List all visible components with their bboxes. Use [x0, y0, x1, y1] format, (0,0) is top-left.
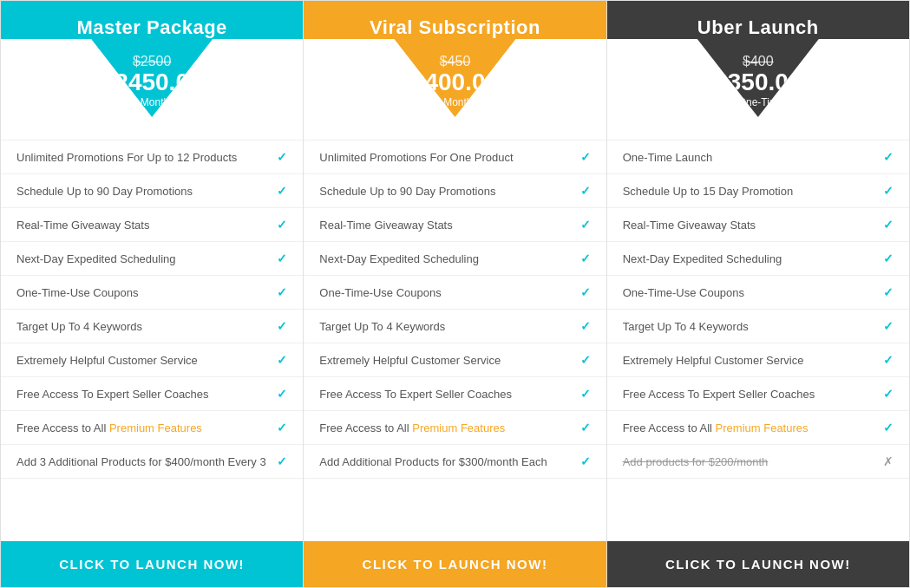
- plan-master-features: Unlimited Promotions For Up to 12 Produc…: [1, 140, 303, 541]
- feature-row: Extremely Helpful Customer Service✓: [1, 343, 303, 377]
- plan-viral-cta-button[interactable]: CLICK TO LAUNCH NOW!: [304, 541, 606, 587]
- check-icon: ✓: [883, 353, 894, 367]
- check-icon: ✓: [277, 353, 287, 367]
- plan-uber-price-old: $400: [743, 53, 774, 69]
- feature-row: Free Access To Expert Seller Coaches✓: [1, 377, 303, 411]
- feature-text: Add Additional Products for $300/month E…: [319, 455, 579, 468]
- feature-text: Add 3 Additional Products for $400/month…: [16, 455, 277, 468]
- check-icon: ✓: [277, 252, 287, 265]
- feature-row: Next-Day Expedited Scheduling✓: [1, 242, 303, 276]
- feature-row: Add 3 Additional Products for $400/month…: [1, 445, 303, 479]
- plan-master-price-period: / Month: [134, 96, 169, 108]
- feature-row: One-Time-Use Coupons✓: [607, 276, 909, 310]
- plan-viral: Viral Subscription$450$400.00/ MonthUnli…: [303, 0, 606, 588]
- check-icon: ✓: [883, 184, 894, 198]
- feature-text: Schedule Up to 90 Day Promotions: [319, 185, 579, 198]
- feature-row: One-Time-Use Coupons✓: [304, 276, 606, 310]
- plan-master-cta-button[interactable]: CLICK TO LAUNCH NOW!: [1, 541, 303, 587]
- feature-row: Extremely Helpful Customer Service✓: [607, 343, 909, 377]
- feature-row: Schedule Up to 15 Day Promotion✓: [607, 174, 909, 208]
- check-icon: ✓: [883, 387, 894, 401]
- plan-master-price-new: $2450.00: [101, 69, 203, 96]
- check-icon: ✓: [580, 218, 591, 232]
- feature-text: Extremely Helpful Customer Service: [16, 354, 277, 367]
- feature-row: Schedule Up to 90 Day Promotions✓: [1, 174, 303, 208]
- check-icon: ✓: [883, 150, 894, 164]
- check-icon: ✓: [883, 421, 894, 434]
- feature-text: Real-Time Giveaway Stats: [319, 219, 579, 232]
- check-icon: ✓: [580, 319, 591, 333]
- feature-text: Free Access To Expert Seller Coaches: [319, 388, 579, 401]
- plan-viral-price-period: / Month: [437, 96, 472, 108]
- feature-row: Real-Time Giveaway Stats✓: [1, 208, 303, 242]
- feature-text: Free Access to All Premium Features: [319, 421, 579, 434]
- plan-uber-features: One-Time Launch✓Schedule Up to 15 Day Pr…: [607, 140, 909, 541]
- feature-text: One-Time-Use Coupons: [319, 286, 579, 299]
- check-icon: ✓: [580, 285, 591, 299]
- check-icon: ✓: [580, 387, 591, 401]
- feature-text: Free Access to All Premium Features: [623, 421, 883, 434]
- check-icon: ✓: [277, 150, 287, 164]
- plan-uber-header: Uber Launch$400$350.00/ One-Time: [607, 1, 909, 140]
- feature-text: One-Time-Use Coupons: [16, 286, 277, 299]
- check-icon: ✓: [580, 184, 591, 198]
- plan-master-title: Master Package: [10, 16, 294, 39]
- feature-row: Free Access To Expert Seller Coaches✓: [607, 377, 909, 411]
- feature-row: Target Up To 4 Keywords✓: [304, 310, 606, 343]
- feature-row: Unlimited Promotions For Up to 12 Produc…: [1, 140, 303, 174]
- plan-uber-price-new: $350.00: [714, 69, 802, 96]
- feature-text: Free Access To Expert Seller Coaches: [623, 388, 883, 401]
- check-icon: ✓: [580, 150, 591, 164]
- feature-text: Unlimited Promotions For Up to 12 Produc…: [16, 151, 277, 164]
- feature-row: Target Up To 4 Keywords✓: [1, 310, 303, 343]
- check-icon: ✓: [580, 454, 591, 468]
- plan-master-chevron: $2500$2450.00/ Month: [1, 39, 303, 117]
- plan-master-header-bg: Master Package: [1, 1, 303, 39]
- feature-text: Free Access to All Premium Features: [16, 421, 277, 434]
- feature-text: Next-Day Expedited Scheduling: [319, 252, 579, 265]
- check-icon: ✓: [277, 285, 287, 299]
- check-icon: ✓: [883, 285, 894, 299]
- feature-row: Schedule Up to 90 Day Promotions✓: [304, 174, 606, 208]
- feature-text: Target Up To 4 Keywords: [319, 320, 579, 333]
- check-icon: ✓: [277, 387, 287, 401]
- plan-viral-chevron: $450$400.00/ Month: [304, 39, 606, 117]
- feature-text: Free Access To Expert Seller Coaches: [16, 388, 277, 401]
- plan-uber-header-bg: Uber Launch: [607, 1, 909, 39]
- feature-text: Extremely Helpful Customer Service: [623, 354, 883, 367]
- feature-text: Unlimited Promotions For One Product: [319, 151, 579, 164]
- feature-row: Next-Day Expedited Scheduling✓: [304, 242, 606, 276]
- feature-text: Add products for $200/month: [623, 455, 883, 468]
- check-icon: ✓: [883, 252, 894, 265]
- plan-master-header: Master Package$2500$2450.00/ Month: [1, 1, 303, 140]
- feature-row: Free Access to All Premium Features✓: [1, 411, 303, 445]
- feature-row: Free Access to All Premium Features✓: [607, 411, 909, 445]
- feature-row: One-Time-Use Coupons✓: [1, 276, 303, 310]
- plan-uber-price-badge: $400$350.00/ One-Time: [697, 39, 819, 117]
- check-icon: ✓: [277, 218, 287, 232]
- feature-text: Real-Time Giveaway Stats: [16, 219, 277, 232]
- check-icon: ✓: [883, 319, 894, 333]
- plan-uber-cta-button[interactable]: CLICK TO LAUNCH NOW!: [607, 541, 909, 587]
- feature-row: Target Up To 4 Keywords✓: [607, 310, 909, 343]
- plan-viral-price-new: $400.00: [411, 69, 499, 96]
- check-icon: ✓: [580, 353, 591, 367]
- plan-viral-price-badge: $450$400.00/ Month: [394, 39, 515, 117]
- check-icon: ✓: [580, 421, 591, 434]
- feature-text: Next-Day Expedited Scheduling: [16, 252, 277, 265]
- feature-row: Free Access to All Premium Features✓: [304, 411, 606, 445]
- feature-text: Target Up To 4 Keywords: [16, 320, 277, 333]
- feature-text: Real-Time Giveaway Stats: [623, 219, 883, 232]
- plan-uber-chevron: $400$350.00/ One-Time: [607, 39, 909, 117]
- pricing-table: Master Package$2500$2450.00/ MonthUnlimi…: [0, 0, 910, 588]
- plan-viral-title: Viral Subscription: [312, 16, 597, 39]
- feature-text: Schedule Up to 90 Day Promotions: [16, 185, 277, 198]
- plan-uber-price-period: / One-Time: [732, 96, 784, 108]
- feature-row: Real-Time Giveaway Stats✓: [304, 208, 606, 242]
- feature-row: Extremely Helpful Customer Service✓: [304, 343, 606, 377]
- feature-text: One-Time-Use Coupons: [623, 286, 883, 299]
- feature-text: Extremely Helpful Customer Service: [319, 354, 579, 367]
- check-icon: ✓: [277, 454, 287, 468]
- plan-viral-price-old: $450: [440, 53, 471, 69]
- plan-viral-header-bg: Viral Subscription: [304, 1, 606, 39]
